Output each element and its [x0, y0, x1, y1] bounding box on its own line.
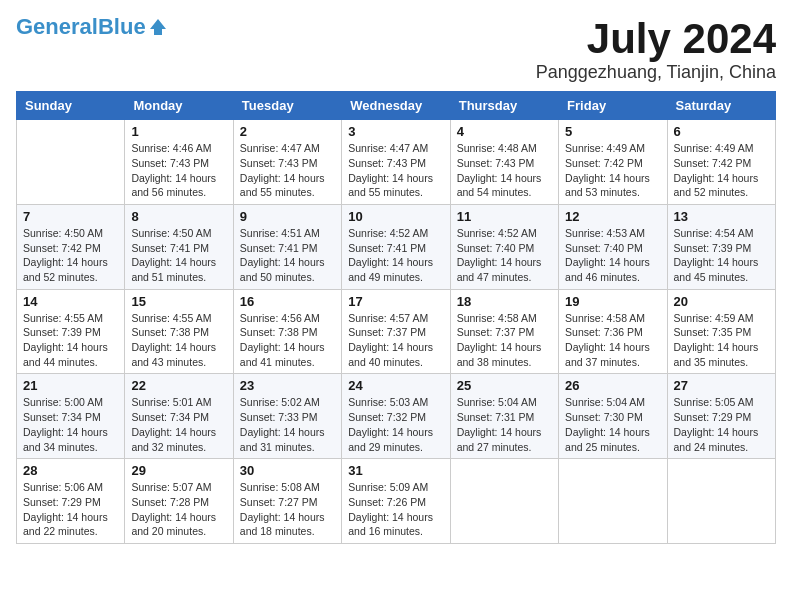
day-info: Sunrise: 4:46 AM Sunset: 7:43 PM Dayligh… [131, 141, 226, 200]
calendar-day-cell: 6 Sunrise: 4:49 AM Sunset: 7:42 PM Dayli… [667, 120, 775, 205]
day-number: 7 [23, 209, 118, 224]
header: GeneralBlue July 2024 Panggezhuang, Tian… [16, 16, 776, 83]
day-info: Sunrise: 4:47 AM Sunset: 7:43 PM Dayligh… [240, 141, 335, 200]
daylight-label: Daylight: 14 hours and 54 minutes. [457, 172, 542, 199]
calendar-week-row: 21 Sunrise: 5:00 AM Sunset: 7:34 PM Dayl… [17, 374, 776, 459]
daylight-label: Daylight: 14 hours and 55 minutes. [348, 172, 433, 199]
calendar-day-cell: 7 Sunrise: 4:50 AM Sunset: 7:42 PM Dayli… [17, 204, 125, 289]
day-number: 5 [565, 124, 660, 139]
day-number: 16 [240, 294, 335, 309]
day-number: 12 [565, 209, 660, 224]
calendar-day-cell: 28 Sunrise: 5:06 AM Sunset: 7:29 PM Dayl… [17, 459, 125, 544]
day-number: 18 [457, 294, 552, 309]
sunrise-label: Sunrise: 4:56 AM [240, 312, 320, 324]
day-number: 1 [131, 124, 226, 139]
calendar-day-cell: 2 Sunrise: 4:47 AM Sunset: 7:43 PM Dayli… [233, 120, 341, 205]
daylight-label: Daylight: 14 hours and 35 minutes. [674, 341, 759, 368]
day-number: 3 [348, 124, 443, 139]
sunset-label: Sunset: 7:43 PM [131, 157, 209, 169]
day-info: Sunrise: 4:57 AM Sunset: 7:37 PM Dayligh… [348, 311, 443, 370]
sunset-label: Sunset: 7:36 PM [565, 326, 643, 338]
calendar-day-cell: 9 Sunrise: 4:51 AM Sunset: 7:41 PM Dayli… [233, 204, 341, 289]
sunrise-label: Sunrise: 4:47 AM [240, 142, 320, 154]
logo-line1: General [16, 14, 98, 39]
sunrise-label: Sunrise: 4:46 AM [131, 142, 211, 154]
day-info: Sunrise: 5:07 AM Sunset: 7:28 PM Dayligh… [131, 480, 226, 539]
day-info: Sunrise: 5:09 AM Sunset: 7:26 PM Dayligh… [348, 480, 443, 539]
sunrise-label: Sunrise: 4:51 AM [240, 227, 320, 239]
sunset-label: Sunset: 7:43 PM [348, 157, 426, 169]
day-info: Sunrise: 4:48 AM Sunset: 7:43 PM Dayligh… [457, 141, 552, 200]
sunrise-label: Sunrise: 4:47 AM [348, 142, 428, 154]
calendar-day-cell: 4 Sunrise: 4:48 AM Sunset: 7:43 PM Dayli… [450, 120, 558, 205]
day-number: 24 [348, 378, 443, 393]
calendar-day-cell: 1 Sunrise: 4:46 AM Sunset: 7:43 PM Dayli… [125, 120, 233, 205]
daylight-label: Daylight: 14 hours and 47 minutes. [457, 256, 542, 283]
sunset-label: Sunset: 7:30 PM [565, 411, 643, 423]
day-info: Sunrise: 4:58 AM Sunset: 7:36 PM Dayligh… [565, 311, 660, 370]
day-number: 22 [131, 378, 226, 393]
sunrise-label: Sunrise: 4:55 AM [23, 312, 103, 324]
sunset-label: Sunset: 7:34 PM [23, 411, 101, 423]
day-info: Sunrise: 5:00 AM Sunset: 7:34 PM Dayligh… [23, 395, 118, 454]
calendar-day-cell: 5 Sunrise: 4:49 AM Sunset: 7:42 PM Dayli… [559, 120, 667, 205]
calendar-day-cell: 14 Sunrise: 4:55 AM Sunset: 7:39 PM Dayl… [17, 289, 125, 374]
daylight-label: Daylight: 14 hours and 31 minutes. [240, 426, 325, 453]
day-number: 28 [23, 463, 118, 478]
sunset-label: Sunset: 7:41 PM [131, 242, 209, 254]
day-info: Sunrise: 4:50 AM Sunset: 7:42 PM Dayligh… [23, 226, 118, 285]
daylight-label: Daylight: 14 hours and 40 minutes. [348, 341, 433, 368]
day-info: Sunrise: 4:51 AM Sunset: 7:41 PM Dayligh… [240, 226, 335, 285]
sunset-label: Sunset: 7:42 PM [565, 157, 643, 169]
sunset-label: Sunset: 7:41 PM [348, 242, 426, 254]
sunrise-label: Sunrise: 5:04 AM [457, 396, 537, 408]
daylight-label: Daylight: 14 hours and 51 minutes. [131, 256, 216, 283]
calendar-day-cell: 27 Sunrise: 5:05 AM Sunset: 7:29 PM Dayl… [667, 374, 775, 459]
calendar-day-cell: 11 Sunrise: 4:52 AM Sunset: 7:40 PM Dayl… [450, 204, 558, 289]
calendar-day-cell: 12 Sunrise: 4:53 AM Sunset: 7:40 PM Dayl… [559, 204, 667, 289]
calendar-day-cell: 25 Sunrise: 5:04 AM Sunset: 7:31 PM Dayl… [450, 374, 558, 459]
day-info: Sunrise: 4:56 AM Sunset: 7:38 PM Dayligh… [240, 311, 335, 370]
daylight-label: Daylight: 14 hours and 29 minutes. [348, 426, 433, 453]
calendar-day-cell: 8 Sunrise: 4:50 AM Sunset: 7:41 PM Dayli… [125, 204, 233, 289]
sunrise-label: Sunrise: 5:07 AM [131, 481, 211, 493]
day-info: Sunrise: 5:08 AM Sunset: 7:27 PM Dayligh… [240, 480, 335, 539]
sunrise-label: Sunrise: 4:49 AM [674, 142, 754, 154]
sunset-label: Sunset: 7:28 PM [131, 496, 209, 508]
sunrise-label: Sunrise: 4:52 AM [348, 227, 428, 239]
daylight-label: Daylight: 14 hours and 27 minutes. [457, 426, 542, 453]
sunrise-label: Sunrise: 4:59 AM [674, 312, 754, 324]
day-info: Sunrise: 4:55 AM Sunset: 7:39 PM Dayligh… [23, 311, 118, 370]
calendar-day-cell: 18 Sunrise: 4:58 AM Sunset: 7:37 PM Dayl… [450, 289, 558, 374]
day-number: 20 [674, 294, 769, 309]
sunset-label: Sunset: 7:26 PM [348, 496, 426, 508]
day-info: Sunrise: 4:49 AM Sunset: 7:42 PM Dayligh… [674, 141, 769, 200]
svg-marker-0 [150, 19, 166, 35]
sunset-label: Sunset: 7:39 PM [674, 242, 752, 254]
sunset-label: Sunset: 7:33 PM [240, 411, 318, 423]
sunrise-label: Sunrise: 4:53 AM [565, 227, 645, 239]
logo-icon [148, 17, 168, 37]
sunset-label: Sunset: 7:32 PM [348, 411, 426, 423]
day-number: 21 [23, 378, 118, 393]
calendar-day-cell: 30 Sunrise: 5:08 AM Sunset: 7:27 PM Dayl… [233, 459, 341, 544]
day-number: 30 [240, 463, 335, 478]
month-title: July 2024 [536, 16, 776, 62]
sunset-label: Sunset: 7:29 PM [23, 496, 101, 508]
daylight-label: Daylight: 14 hours and 38 minutes. [457, 341, 542, 368]
day-info: Sunrise: 5:06 AM Sunset: 7:29 PM Dayligh… [23, 480, 118, 539]
sunset-label: Sunset: 7:40 PM [565, 242, 643, 254]
calendar-week-row: 7 Sunrise: 4:50 AM Sunset: 7:42 PM Dayli… [17, 204, 776, 289]
weekday-header: Friday [559, 92, 667, 120]
day-number: 9 [240, 209, 335, 224]
sunset-label: Sunset: 7:39 PM [23, 326, 101, 338]
sunrise-label: Sunrise: 4:50 AM [23, 227, 103, 239]
sunrise-label: Sunrise: 4:58 AM [457, 312, 537, 324]
sunset-label: Sunset: 7:37 PM [348, 326, 426, 338]
day-number: 2 [240, 124, 335, 139]
location-title: Panggezhuang, Tianjin, China [536, 62, 776, 83]
logo: GeneralBlue [16, 16, 168, 38]
day-info: Sunrise: 4:54 AM Sunset: 7:39 PM Dayligh… [674, 226, 769, 285]
sunrise-label: Sunrise: 5:08 AM [240, 481, 320, 493]
daylight-label: Daylight: 14 hours and 37 minutes. [565, 341, 650, 368]
